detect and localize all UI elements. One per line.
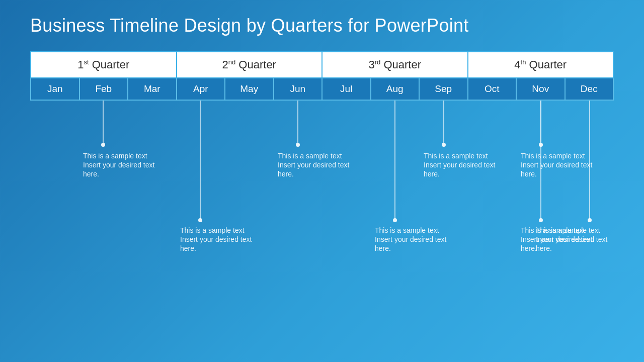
text-nov-up-3: here. xyxy=(521,170,537,178)
month-feb: Feb xyxy=(79,78,128,100)
text-jun-3: here. xyxy=(278,170,294,178)
month-jan: Jan xyxy=(31,78,79,100)
quarter-1: 1st Quarter xyxy=(31,52,177,78)
text-feb-3: here. xyxy=(83,170,99,178)
month-jun: Jun xyxy=(274,78,323,100)
slide: Business Timeline Design by Quarters for… xyxy=(0,0,644,362)
text-sep-1: This is a sample text xyxy=(424,152,488,160)
quarter-4: 4th Quarter xyxy=(468,52,614,78)
page-title: Business Timeline Design by Quarters for… xyxy=(30,15,614,36)
month-aug: Aug xyxy=(371,78,420,100)
connector-dot-sep xyxy=(442,143,446,147)
connector-dot-nov-down xyxy=(539,218,543,222)
connector-dot-apr xyxy=(198,218,202,222)
timeline-table: 1st Quarter 2nd Quarter 3rd Quarter 4th … xyxy=(30,51,614,101)
connector-dot-aug xyxy=(393,218,397,222)
text-jun-2: Insert your desired text xyxy=(278,161,350,169)
quarter-2: 2nd Quarter xyxy=(177,52,323,78)
month-apr: Apr xyxy=(177,78,225,100)
text-jun-1: This is a sample text xyxy=(278,152,342,160)
text-feb-1: This is a sample text xyxy=(83,152,147,160)
text-feb-2: Insert your desired text xyxy=(83,161,155,169)
connector-dot-dec xyxy=(588,218,592,222)
connector-dot-feb xyxy=(101,143,105,147)
months-row: Jan Feb Mar Apr May Jun Jul Aug Sep Oct … xyxy=(31,78,613,100)
quarter-3: 3rd Quarter xyxy=(322,52,468,78)
text-aug-1: This is a sample text xyxy=(375,226,439,234)
month-mar: Mar xyxy=(128,78,177,100)
text-apr-3: here. xyxy=(180,244,196,252)
text-nov-down-3: here. xyxy=(521,244,537,252)
text-dec-2: Insert your desired text xyxy=(536,235,608,243)
text-dec-1: This is a sample text xyxy=(536,226,600,234)
connector-dot-jun xyxy=(296,143,300,147)
connectors-svg: This is a sample text Insert your desire… xyxy=(30,101,614,292)
month-sep: Sep xyxy=(419,78,468,100)
month-nov: Nov xyxy=(516,78,565,100)
text-nov-up-1: This is a sample text xyxy=(521,152,585,160)
text-sep-2: Insert your desired text xyxy=(424,161,496,169)
text-dec-3: here. xyxy=(536,244,552,252)
month-may: May xyxy=(225,78,274,100)
text-apr-2: Insert your desired text xyxy=(180,235,252,243)
text-aug-2: Insert your desired text xyxy=(375,235,447,243)
text-sep-3: here. xyxy=(424,170,440,178)
month-oct: Oct xyxy=(468,78,517,100)
text-nov-up-2: Insert your desired text xyxy=(521,161,593,169)
text-apr-1: This is a sample text xyxy=(180,226,245,234)
month-dec: Dec xyxy=(565,78,614,100)
text-aug-3: here. xyxy=(375,244,391,252)
month-jul: Jul xyxy=(322,78,371,100)
quarters-row: 1st Quarter 2nd Quarter 3rd Quarter 4th … xyxy=(31,52,613,78)
